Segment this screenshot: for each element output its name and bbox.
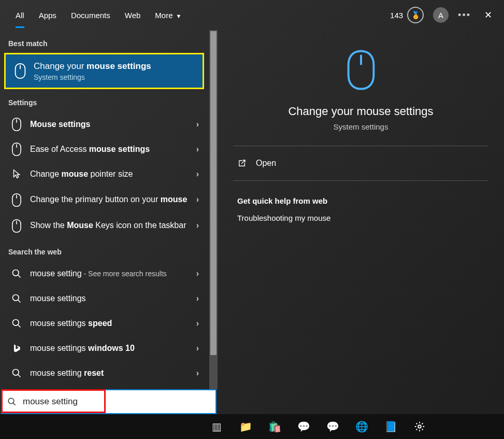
web-result[interactable]: mouse settings speed › bbox=[7, 311, 201, 336]
user-avatar[interactable]: A bbox=[433, 7, 449, 23]
web-result[interactable]: mouse settings › bbox=[7, 286, 201, 311]
search-icon bbox=[9, 266, 24, 281]
chevron-right-icon: › bbox=[196, 294, 199, 303]
chevron-right-icon: › bbox=[196, 319, 199, 328]
tab-web[interactable]: Web bbox=[125, 8, 141, 23]
chevron-down-icon: ▼ bbox=[176, 13, 182, 19]
top-bar: All Apps Documents Web More▼ 143 🏅 A •••… bbox=[0, 0, 504, 30]
settings-icon[interactable] bbox=[411, 418, 428, 435]
chrome-icon[interactable]: 🌐 bbox=[353, 418, 370, 435]
best-match-title: Change your mouse settings bbox=[34, 61, 195, 72]
task-view-icon[interactable]: ▥ bbox=[208, 418, 225, 435]
open-external-icon bbox=[237, 159, 247, 168]
web-result[interactable]: mouse setting - See more search results … bbox=[7, 261, 201, 286]
details-subtitle: System settings bbox=[334, 122, 388, 131]
mouse-icon bbox=[9, 219, 24, 233]
mouse-icon bbox=[13, 64, 27, 78]
chevron-right-icon: › bbox=[196, 221, 199, 230]
result-ease-of-access[interactable]: Ease of Access mouse settings › bbox=[7, 137, 201, 162]
close-button[interactable]: ✕ bbox=[480, 9, 496, 21]
results-pane: Best match Change your mouse settings Sy… bbox=[0, 30, 218, 414]
points-value: 143 bbox=[390, 11, 403, 20]
microsoft-store-icon[interactable]: 🛍️ bbox=[266, 418, 283, 435]
help-link-troubleshooting[interactable]: Troubleshooting my mouse bbox=[237, 214, 488, 222]
chevron-right-icon: › bbox=[196, 145, 199, 154]
search-icon bbox=[9, 316, 24, 331]
chevron-right-icon: › bbox=[196, 269, 199, 278]
search-icon bbox=[9, 291, 24, 306]
result-mouse-keys-icon[interactable]: Show the Mouse Keys icon on the taskbar … bbox=[7, 213, 201, 238]
tab-more[interactable]: More▼ bbox=[155, 8, 181, 23]
tab-documents[interactable]: Documents bbox=[71, 8, 110, 23]
section-web: Search the web bbox=[8, 248, 201, 256]
web-result[interactable]: mouse settings panel › bbox=[7, 386, 201, 389]
best-match-subtitle: System settings bbox=[34, 73, 195, 81]
whatsapp-icon[interactable]: 💬 bbox=[295, 418, 312, 435]
best-match-result[interactable]: Change your mouse settings System settin… bbox=[4, 53, 204, 89]
open-label: Open bbox=[256, 159, 276, 168]
hero-mouse-icon bbox=[345, 50, 377, 90]
file-explorer-icon[interactable]: 📁 bbox=[237, 418, 254, 435]
bing-icon bbox=[9, 341, 24, 356]
tab-all[interactable]: All bbox=[16, 8, 24, 23]
results-scrollbar[interactable]: ▲ ▼ bbox=[209, 30, 218, 389]
chevron-right-icon: › bbox=[196, 344, 199, 353]
mouse-icon bbox=[9, 193, 24, 207]
scroll-thumb[interactable] bbox=[210, 31, 217, 355]
pointer-icon bbox=[9, 167, 24, 181]
search-box[interactable] bbox=[1, 389, 217, 414]
section-best-match: Best match bbox=[8, 39, 201, 48]
details-title: Change your mouse settings bbox=[288, 105, 433, 118]
taskbar: ▥ 📁 🛍️ 💬 💬 🌐 📘 bbox=[0, 414, 504, 439]
chevron-right-icon: › bbox=[196, 369, 199, 378]
web-result[interactable]: mouse setting reset › bbox=[7, 361, 201, 386]
search-icon bbox=[7, 397, 17, 406]
section-settings: Settings bbox=[8, 98, 201, 107]
web-result[interactable]: mouse settings windows 10 › bbox=[7, 336, 201, 361]
search-icon bbox=[9, 366, 24, 380]
mouse-icon bbox=[9, 117, 24, 132]
result-mouse-settings[interactable]: Mouse settings › bbox=[7, 112, 201, 137]
result-primary-button[interactable]: Change the primary button on your mouse … bbox=[7, 187, 201, 213]
filter-tabs: All Apps Documents Web More▼ bbox=[8, 8, 181, 23]
mouse-icon bbox=[9, 142, 24, 157]
chevron-right-icon: › bbox=[196, 169, 199, 179]
medal-icon: 🏅 bbox=[407, 7, 424, 23]
more-options-button[interactable]: ••• bbox=[458, 10, 471, 21]
search-input[interactable] bbox=[22, 396, 210, 407]
open-action[interactable]: Open bbox=[233, 146, 488, 181]
details-pane: Change your mouse settings System settin… bbox=[218, 30, 504, 414]
notes-icon[interactable]: 📘 bbox=[382, 418, 399, 435]
tab-apps[interactable]: Apps bbox=[39, 8, 56, 23]
result-pointer-size[interactable]: Change mouse pointer size › bbox=[7, 162, 201, 187]
messenger-icon[interactable]: 💬 bbox=[324, 418, 341, 435]
chevron-right-icon: › bbox=[196, 195, 199, 204]
chevron-right-icon: › bbox=[196, 120, 199, 129]
rewards-points[interactable]: 143 🏅 bbox=[390, 7, 424, 23]
help-header: Get quick help from web bbox=[237, 196, 488, 205]
